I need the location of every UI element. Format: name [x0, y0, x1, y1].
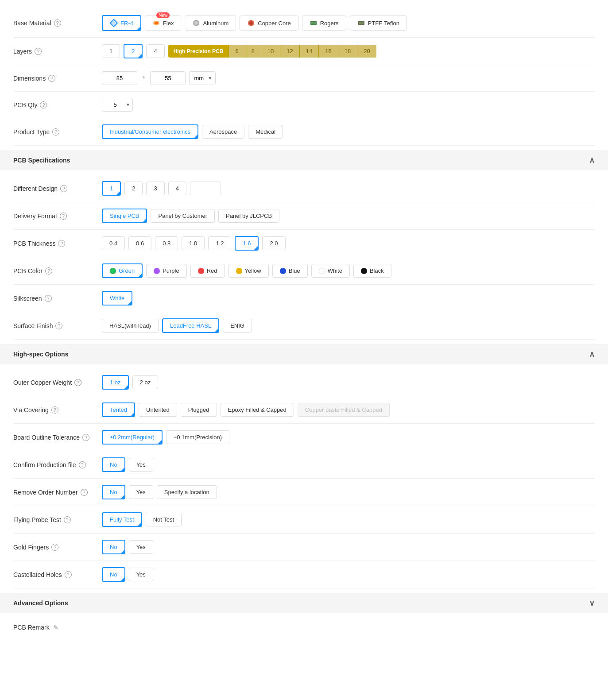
btn-industrial[interactable]: Industrial/Consumer electronics [102, 124, 198, 139]
btn-layer-14[interactable]: 14 [299, 45, 318, 58]
pcb-qty-help[interactable]: ? [40, 101, 47, 108]
btn-thickness-04[interactable]: 0.4 [102, 236, 125, 250]
btn-enig[interactable]: ENIG [223, 319, 252, 333]
btn-design-3[interactable]: 3 [146, 182, 164, 195]
btn-layer-20[interactable]: 20 [357, 45, 376, 58]
base-material-help[interactable]: ? [54, 19, 61, 27]
btn-layer-2[interactable]: 2 [124, 44, 143, 58]
btn-panel-customer[interactable]: Panel by Customer [151, 209, 215, 223]
remove-order-number-help[interactable]: ? [81, 489, 88, 496]
high-spec-options-header[interactable]: High-spec Options ∧ [0, 344, 608, 364]
btn-gold-yes[interactable]: Yes [129, 540, 153, 554]
delivery-format-help[interactable]: ? [60, 213, 67, 220]
btn-fr4[interactable]: FR-4 [102, 15, 141, 31]
via-covering-help[interactable]: ? [51, 406, 58, 414]
btn-panel-jlcpcb[interactable]: Panel by JLCPCB [218, 209, 279, 223]
btn-medical[interactable]: Medical [248, 125, 283, 139]
btn-design-4[interactable]: 4 [168, 182, 186, 195]
pcb-thickness-help[interactable]: ? [58, 240, 65, 247]
btn-color-red[interactable]: Red [190, 264, 225, 278]
btn-design-1[interactable]: 1 [102, 181, 121, 196]
high-spec-options-chevron: ∧ [589, 349, 595, 359]
btn-thickness-12[interactable]: 1.2 [208, 236, 231, 250]
btn-layer-16[interactable]: 16 [318, 45, 337, 58]
gold-fingers-help[interactable]: ? [51, 544, 58, 551]
dimension-height-input[interactable] [150, 71, 186, 85]
btn-layer-18[interactable]: 18 [338, 45, 357, 58]
btn-confirm-yes[interactable]: Yes [129, 458, 153, 472]
design-custom-input[interactable] [190, 182, 221, 195]
unit-select[interactable]: mm inch [189, 71, 216, 85]
btn-castellated-no[interactable]: No [102, 567, 125, 582]
outer-copper-weight-label: Outer Copper Weight ? [13, 379, 102, 386]
btn-order-yes[interactable]: Yes [129, 485, 153, 499]
btn-order-specify[interactable]: Specify a location [157, 485, 217, 499]
delivery-format-label: Delivery Format ? [13, 213, 102, 220]
btn-castellated-yes[interactable]: Yes [129, 568, 153, 581]
layers-help[interactable]: ? [35, 48, 42, 55]
btn-confirm-no[interactable]: No [102, 457, 125, 472]
btn-layer-6[interactable]: 6 [228, 45, 244, 58]
btn-untented[interactable]: Untented [139, 403, 177, 417]
btn-design-2[interactable]: 2 [124, 182, 143, 195]
remove-order-number-text: Remove Order Number [13, 489, 78, 496]
btn-hasl[interactable]: HASL(with lead) [102, 319, 159, 333]
btn-aluminum[interactable]: Aluminum [185, 15, 236, 31]
btn-color-black[interactable]: Black [353, 264, 391, 278]
btn-precision[interactable]: ±0.1mm(Precision) [166, 430, 229, 444]
btn-color-blue[interactable]: Blue [272, 264, 308, 278]
confirm-production-file-help[interactable]: ? [79, 461, 86, 468]
btn-ptfe[interactable]: PTFE Teflon [350, 15, 407, 31]
btn-flex[interactable]: New Flex [145, 15, 182, 31]
pcb-qty-input[interactable] [102, 98, 133, 112]
silkscreen-help[interactable]: ? [45, 295, 52, 302]
btn-thickness-20[interactable]: 2.0 [262, 236, 285, 250]
btn-order-no[interactable]: No [102, 485, 125, 499]
outer-copper-weight-help[interactable]: ? [74, 379, 81, 386]
btn-not-test[interactable]: Not Test [146, 513, 182, 526]
board-outline-tolerance-help[interactable]: ? [82, 434, 89, 441]
via-covering-row: Via Covering ? Tented Untented Plugged E… [13, 396, 595, 424]
btn-gold-no[interactable]: No [102, 540, 125, 554]
different-design-help[interactable]: ? [60, 185, 67, 192]
btn-aerospace[interactable]: Aerospace [202, 125, 244, 139]
color-dot-yellow [236, 268, 242, 274]
btn-rogers[interactable]: Rogers [302, 15, 346, 31]
btn-thickness-08[interactable]: 0.8 [155, 236, 178, 250]
btn-fully-test[interactable]: Fully Test [102, 512, 142, 527]
castellated-holes-help[interactable]: ? [65, 571, 72, 578]
product-type-help[interactable]: ? [52, 128, 59, 135]
btn-color-yellow[interactable]: Yellow [228, 264, 269, 278]
dimensions-help[interactable]: ? [48, 75, 55, 82]
btn-leadfree[interactable]: LeadFree HASL [162, 318, 219, 333]
btn-tented[interactable]: Tented [102, 402, 135, 417]
btn-silkscreen-white[interactable]: White [102, 291, 132, 306]
btn-color-white[interactable]: White [311, 264, 350, 278]
btn-epoxy[interactable]: Epoxy Filled & Capped [221, 403, 294, 417]
btn-single-pcb[interactable]: Single PCB [102, 209, 147, 223]
btn-layer-4[interactable]: 4 [146, 44, 164, 58]
btn-layer-10[interactable]: 10 [261, 45, 280, 58]
btn-thickness-16[interactable]: 1.6 [235, 236, 259, 251]
pcb-remark-edit-icon[interactable]: ✎ [53, 624, 58, 631]
pcb-specifications-header[interactable]: PCB Specifications ∧ [0, 150, 608, 170]
btn-color-purple[interactable]: Purple [146, 264, 187, 278]
advanced-options-header[interactable]: Advanced Options ∨ [0, 593, 608, 613]
btn-plugged[interactable]: Plugged [181, 403, 217, 417]
board-outline-tolerance-options: ±0.2mm(Regular) ±0.1mm(Precision) [102, 430, 229, 445]
btn-color-green[interactable]: Green [102, 263, 143, 278]
btn-layer-1[interactable]: 1 [102, 44, 120, 58]
btn-copper[interactable]: Copper Core [240, 15, 298, 31]
flying-probe-test-help[interactable]: ? [64, 516, 71, 523]
btn-layer-8[interactable]: 8 [245, 45, 261, 58]
pcb-color-help[interactable]: ? [45, 267, 52, 275]
btn-1oz[interactable]: 1 oz [102, 375, 129, 390]
surface-finish-help[interactable]: ? [55, 322, 62, 329]
btn-2oz[interactable]: 2 oz [132, 375, 159, 389]
dimension-width-input[interactable] [102, 71, 137, 85]
btn-layer-12[interactable]: 12 [280, 45, 299, 58]
btn-regular[interactable]: ±0.2mm(Regular) [102, 430, 163, 445]
btn-thickness-06[interactable]: 0.6 [128, 236, 151, 250]
btn-thickness-10[interactable]: 1.0 [182, 236, 205, 250]
confirm-production-file-options: No Yes [102, 457, 153, 472]
